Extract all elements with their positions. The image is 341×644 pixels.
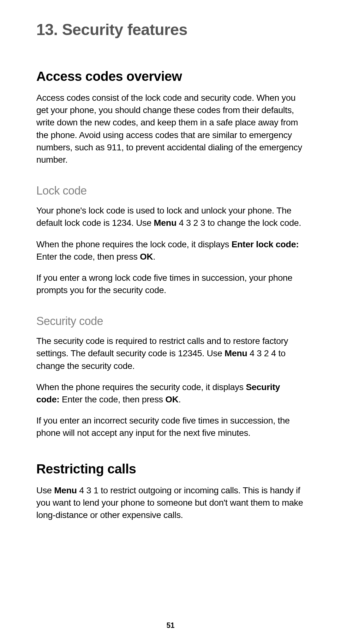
page-number: 51	[0, 621, 341, 630]
text-run: When the phone requires the security cod…	[36, 382, 246, 392]
bold-enter-lock-code: Enter lock code:	[231, 239, 299, 249]
text-run: .	[178, 394, 181, 404]
bold-menu: Menu	[154, 218, 176, 228]
security-code-para-2: When the phone requires the security cod…	[36, 381, 305, 406]
chapter-number: 13.	[36, 21, 58, 39]
text-run: .	[153, 252, 155, 262]
section-title-access-codes: Access codes overview	[36, 69, 305, 84]
subsection-title-security-code: Security code	[36, 315, 305, 328]
chapter-title: 13. Security features	[36, 21, 305, 39]
section-title-restricting-calls: Restricting calls	[36, 461, 305, 477]
text-run: 4 3 2 3 to change the lock code.	[176, 218, 301, 228]
subsection-title-lock-code: Lock code	[36, 184, 305, 197]
text-run: Enter the code, then press	[59, 394, 165, 404]
security-code-para-3: If you enter an incorrect security code …	[36, 414, 305, 439]
chapter-title-text: Security features	[62, 21, 187, 39]
security-code-para-1: The security code is required to restric…	[36, 335, 305, 372]
bold-menu: Menu	[54, 485, 77, 495]
lock-code-para-3: If you enter a wrong lock code five time…	[36, 272, 305, 296]
bold-menu: Menu	[224, 348, 247, 358]
bold-ok: OK	[140, 252, 153, 262]
text-run: Use	[36, 485, 54, 495]
bold-ok: OK	[165, 394, 178, 404]
lock-code-para-2: When the phone requires the lock code, i…	[36, 238, 305, 263]
text-run: Enter the code, then press	[36, 252, 140, 262]
lock-code-para-1: Your phone's lock code is used to lock a…	[36, 204, 305, 229]
text-run: When the phone requires the lock code, i…	[36, 239, 231, 249]
access-codes-intro: Access codes consist of the lock code an…	[36, 92, 305, 166]
document-page: 13. Security features Access codes overv…	[0, 0, 341, 644]
restricting-para-1: Use Menu 4 3 1 to restrict outgoing or i…	[36, 484, 305, 521]
